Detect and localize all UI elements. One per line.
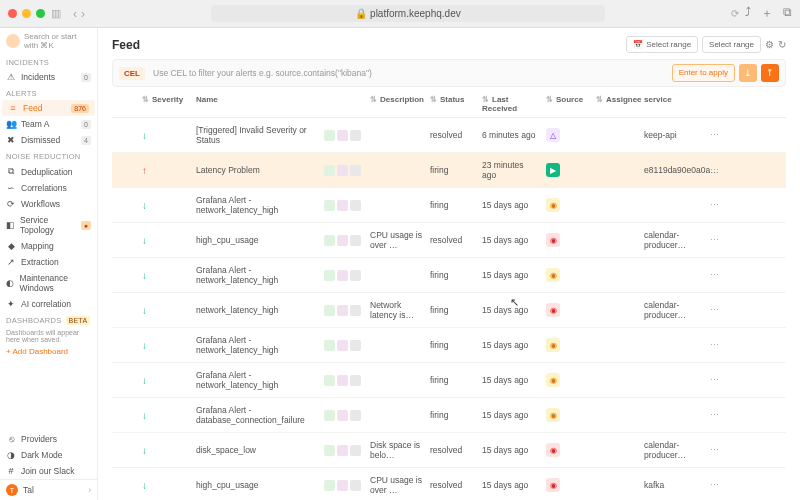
alert-service: calendar-producer… bbox=[640, 300, 706, 320]
refresh-icon[interactable]: ↻ bbox=[778, 39, 786, 50]
row-badges bbox=[320, 165, 366, 176]
apply-filter-button[interactable]: Enter to apply bbox=[672, 64, 735, 82]
row-actions-icon[interactable]: ⋯ bbox=[706, 200, 724, 210]
table-row[interactable]: ↓ Grafana Alert - network_latency_high f… bbox=[112, 188, 786, 223]
date-range-start[interactable]: 📅 Select range bbox=[626, 36, 698, 53]
row-actions-icon[interactable]: ⋯ bbox=[706, 305, 724, 315]
sidebar-item-label: Mapping bbox=[21, 241, 54, 251]
sidebar-item[interactable]: ⧉Deduplication bbox=[0, 163, 97, 180]
alert-status: resolved bbox=[426, 480, 478, 490]
table-row[interactable]: ↓ Grafana Alert - network_latency_high f… bbox=[112, 328, 786, 363]
alert-name: disk_space_low bbox=[192, 445, 320, 455]
sidebar-item[interactable]: ⚠Incidents0 bbox=[0, 69, 97, 85]
sidebar-bottom-item[interactable]: ◑Dark Mode bbox=[0, 447, 97, 463]
search-input[interactable]: Search or start with ⌘K bbox=[24, 32, 91, 50]
page-title: Feed bbox=[112, 38, 140, 52]
severity-arrow-icon: ↓ bbox=[142, 375, 147, 386]
sidebar-item[interactable]: ◐Maintenance Windows bbox=[0, 270, 97, 296]
traffic-lights[interactable] bbox=[8, 9, 45, 18]
col-severity[interactable]: ⇅Severity bbox=[138, 95, 192, 113]
row-actions-icon[interactable]: ⋯ bbox=[706, 410, 724, 420]
sidebar-item[interactable]: 👥Team A0 bbox=[0, 116, 97, 132]
share-icon[interactable]: ⤴ bbox=[745, 5, 751, 22]
sidebar-item-icon: ✖ bbox=[6, 135, 16, 145]
col-description[interactable]: ⇅Description bbox=[366, 95, 426, 113]
filter-action-1-icon[interactable]: ⤓ bbox=[739, 64, 757, 82]
row-actions-icon[interactable]: ⋯ bbox=[706, 270, 724, 280]
alert-last-received: 15 days ago bbox=[478, 410, 542, 420]
col-status[interactable]: ⇅Status bbox=[426, 95, 478, 113]
sidebar-item[interactable]: ✖Dismissed4 bbox=[0, 132, 97, 148]
sidebar-item[interactable]: ✦AI correlation bbox=[0, 296, 97, 312]
new-tab-icon[interactable]: ＋ bbox=[761, 5, 773, 22]
sidebar-item[interactable]: ≡Feed876 bbox=[2, 100, 95, 116]
filter-input[interactable]: Use CEL to filter your alerts e.g. sourc… bbox=[153, 68, 372, 78]
settings-icon[interactable]: ⚙ bbox=[765, 39, 774, 50]
sidebar-bottom-item[interactable]: ⎋Providers bbox=[0, 431, 97, 447]
sidebar-item-icon: ≡ bbox=[8, 103, 18, 113]
sidebar-item-label: Maintenance Windows bbox=[19, 273, 91, 293]
alert-name: network_latency_high bbox=[192, 305, 320, 315]
col-last-received[interactable]: ⇅Last Received bbox=[478, 95, 542, 113]
col-service[interactable]: service bbox=[640, 95, 706, 113]
table-row[interactable]: ↓ [Triggered] Invalid Severity or Status… bbox=[112, 118, 786, 153]
alert-service: calendar-producer… bbox=[640, 230, 706, 250]
sidebar-toggle-icon[interactable]: ▥ bbox=[51, 7, 61, 20]
table-row[interactable]: ↓ high_cpu_usage CPU usage is over … res… bbox=[112, 223, 786, 258]
table-row[interactable]: ↓ network_latency_high Network latency i… bbox=[112, 293, 786, 328]
table-header: ⇅Severity Name ⇅Description ⇅Status ⇅Las… bbox=[112, 91, 786, 118]
forward-icon[interactable]: › bbox=[81, 7, 85, 21]
row-actions-icon[interactable]: ⋯ bbox=[706, 445, 724, 455]
sidebar-item-label: Service Topology bbox=[20, 215, 76, 235]
sidebar-item[interactable]: ⟳Workflows bbox=[0, 196, 97, 212]
alert-description: Disk space is belo… bbox=[366, 440, 426, 460]
url-bar[interactable]: 🔒 platform.keephq.dev bbox=[211, 5, 605, 22]
reload-icon[interactable]: ⟳ bbox=[731, 8, 739, 19]
sidebar-item[interactable]: ∽Correlations bbox=[0, 180, 97, 196]
table-row[interactable]: ↑ Latency Problem firing 23 minutes ago … bbox=[112, 153, 786, 188]
sidebar-bottom-item[interactable]: #Join our Slack bbox=[0, 463, 97, 479]
row-badges bbox=[320, 410, 366, 421]
table-row[interactable]: ↓ high_cpu_usage CPU usage is over … res… bbox=[112, 468, 786, 498]
row-badges bbox=[320, 340, 366, 351]
severity-arrow-icon: ↓ bbox=[142, 235, 147, 246]
sidebar-item-icon: ∽ bbox=[6, 183, 16, 193]
sidebar-section-label: ALERTS bbox=[0, 85, 97, 100]
row-actions-icon[interactable]: ⋯ bbox=[706, 340, 724, 350]
filter-action-2-icon[interactable]: ⤒ bbox=[761, 64, 779, 82]
alert-name: [Triggered] Invalid Severity or Status bbox=[192, 125, 320, 145]
alert-status: firing bbox=[426, 270, 478, 280]
sidebar-bottom-icon: ⎋ bbox=[6, 434, 16, 444]
alert-name: Grafana Alert - network_latency_high bbox=[192, 265, 320, 285]
sidebar-item[interactable]: ↗Extraction bbox=[0, 254, 97, 270]
alert-last-received: 15 days ago bbox=[478, 270, 542, 280]
alert-status: resolved bbox=[426, 130, 478, 140]
row-actions-icon[interactable]: ⋯ bbox=[706, 130, 724, 140]
date-range-end[interactable]: Select range bbox=[702, 36, 761, 53]
table-row[interactable]: ↓ Grafana Alert - database_connection_fa… bbox=[112, 398, 786, 433]
tabs-icon[interactable]: ⧉ bbox=[783, 5, 792, 22]
row-actions-icon[interactable]: ⋯ bbox=[706, 375, 724, 385]
col-source[interactable]: ⇅Source bbox=[542, 95, 592, 113]
col-assignee[interactable]: ⇅Assignee bbox=[592, 95, 640, 113]
row-actions-icon[interactable]: ⋯ bbox=[706, 480, 724, 490]
row-badges bbox=[320, 235, 366, 246]
table-row[interactable]: ↓ disk_space_low Disk space is belo… res… bbox=[112, 433, 786, 468]
table-row[interactable]: ↓ Grafana Alert - network_latency_high f… bbox=[112, 258, 786, 293]
alert-last-received: 6 minutes ago bbox=[478, 130, 542, 140]
add-dashboard-button[interactable]: + Add Dashboard bbox=[0, 345, 97, 358]
row-actions-icon[interactable]: ⋯ bbox=[706, 165, 724, 175]
table-row[interactable]: ↓ Grafana Alert - network_latency_high f… bbox=[112, 363, 786, 398]
row-badges bbox=[320, 270, 366, 281]
user-menu[interactable]: T Tal › bbox=[0, 479, 97, 500]
back-icon[interactable]: ‹ bbox=[73, 7, 77, 21]
source-icon: ◉ bbox=[546, 268, 560, 282]
sidebar-section-label: INCIDENTS bbox=[0, 54, 97, 69]
row-actions-icon[interactable]: ⋯ bbox=[706, 235, 724, 245]
table-body: ↓ [Triggered] Invalid Severity or Status… bbox=[112, 118, 786, 498]
sidebar-item[interactable]: ◧Service Topology● bbox=[0, 212, 97, 238]
alert-name: Grafana Alert - network_latency_high bbox=[192, 195, 320, 215]
sidebar-item[interactable]: ◆Mapping bbox=[0, 238, 97, 254]
org-avatar[interactable] bbox=[6, 34, 20, 48]
col-name[interactable]: Name bbox=[192, 95, 320, 113]
